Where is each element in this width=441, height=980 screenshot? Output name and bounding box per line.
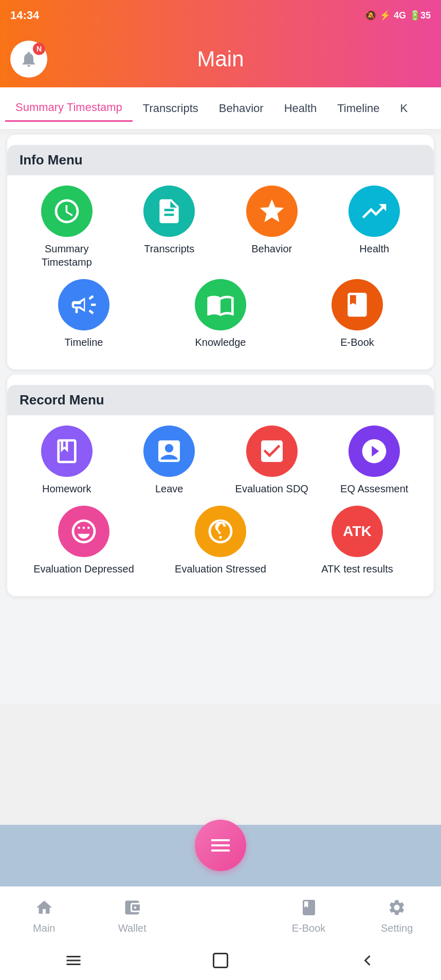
android-back-icon[interactable] — [358, 951, 377, 972]
evaluation-stressed-icon — [195, 506, 246, 557]
transcripts-icon — [143, 186, 195, 237]
eq-assessment-label: EQ Assesment — [340, 482, 408, 495]
tab-k[interactable]: K — [390, 96, 418, 121]
transcripts-item[interactable]: Transcripts — [122, 186, 217, 269]
tab-bar: Summary Timestamp Transcripts Behavior H… — [0, 87, 441, 130]
menu-fab-button[interactable] — [195, 820, 246, 871]
atk-test-item[interactable]: ATK ATK test results — [293, 506, 421, 576]
summary-timestamp-icon — [41, 186, 93, 237]
behavior-icon — [246, 186, 298, 237]
evaluation-depressed-icon — [58, 506, 109, 557]
info-menu-row2: Timeline Knowledge E-Book — [17, 279, 424, 349]
health-item[interactable]: Health — [327, 186, 422, 269]
gear-icon — [385, 896, 409, 919]
homework-label: Homework — [42, 482, 91, 495]
tab-timeline[interactable]: Timeline — [327, 96, 390, 121]
android-nav — [0, 943, 441, 980]
android-home-icon[interactable] — [211, 951, 230, 972]
atk-test-icon: ATK — [332, 506, 383, 557]
bottom-nav-wrapper: Main Wallet Menu E-Book — [0, 825, 441, 980]
tab-behavior[interactable]: Behavior — [209, 96, 274, 121]
evaluation-sdq-item[interactable]: Evaluation SDQ — [225, 426, 319, 495]
wallet-icon — [120, 896, 144, 919]
evaluation-depressed-label: Evaluation Depressed — [33, 562, 134, 576]
nav-setting[interactable]: Setting — [353, 896, 441, 934]
nav-setting-label: Setting — [381, 922, 413, 934]
wifi-icon: 4G — [394, 10, 406, 21]
signal-icon: 🔕 — [365, 10, 376, 21]
battery-icon: 🔋35 — [409, 10, 431, 21]
header-title: Main — [197, 47, 244, 71]
ebook-icon — [332, 279, 383, 330]
knowledge-item[interactable]: Knowledge — [156, 279, 285, 349]
svg-rect-0 — [214, 954, 228, 968]
home-icon — [32, 896, 56, 919]
timeline-icon — [58, 279, 109, 330]
fab-row — [0, 825, 441, 886]
bluetooth-icon: ⚡ — [379, 10, 391, 21]
notification-badge: N — [33, 43, 45, 55]
status-bar: 14:34 🔕 ⚡ 4G 🔋35 — [0, 0, 441, 31]
nav-ebook-label: E-Book — [292, 922, 326, 934]
homework-item[interactable]: Homework — [20, 426, 114, 495]
notification-button[interactable]: N — [10, 41, 47, 78]
evaluation-sdq-icon — [246, 426, 298, 477]
record-menu-row1: Homework Leave Evaluation SDQ — [17, 426, 424, 495]
evaluation-sdq-label: Evaluation SDQ — [235, 482, 308, 495]
ebook-item[interactable]: E-Book — [293, 279, 421, 349]
status-icons: 🔕 ⚡ 4G 🔋35 — [365, 10, 431, 21]
record-menu-row2: Evaluation Depressed Evaluation Stressed… — [17, 506, 424, 576]
atk-test-label: ATK test results — [321, 562, 393, 576]
bottom-nav: Main Wallet Menu E-Book — [0, 886, 441, 943]
tab-transcripts[interactable]: Transcripts — [133, 96, 209, 121]
timeline-label: Timeline — [65, 336, 103, 349]
ebook-label: E-Book — [340, 336, 374, 349]
status-time: 14:34 — [10, 9, 39, 22]
tab-health[interactable]: Health — [274, 96, 327, 121]
nav-wallet-label: Wallet — [118, 922, 146, 934]
info-menu-row1: Summary Timestamp Transcripts Behavior — [17, 186, 424, 269]
transcripts-label: Transcripts — [144, 242, 194, 255]
timeline-item[interactable]: Timeline — [20, 279, 148, 349]
evaluation-stressed-item[interactable]: Evaluation Stressed — [156, 506, 285, 576]
homework-icon — [41, 426, 93, 477]
evaluation-stressed-label: Evaluation Stressed — [175, 562, 266, 576]
header: N Main — [0, 31, 441, 87]
nav-ebook[interactable]: E-Book — [265, 896, 353, 934]
evaluation-depressed-item[interactable]: Evaluation Depressed — [20, 506, 148, 576]
leave-label: Leave — [155, 482, 183, 495]
health-icon — [348, 186, 400, 237]
info-menu-header: Info Menu — [7, 145, 434, 175]
android-hamburger-icon[interactable] — [64, 951, 83, 972]
summary-timestamp-item[interactable]: Summary Timestamp — [20, 186, 114, 269]
summary-timestamp-label: Summary Timestamp — [20, 242, 114, 269]
eq-assessment-item[interactable]: EQ Assesment — [327, 426, 422, 495]
info-menu-section: Info Menu Summary Timestamp Transcripts — [7, 135, 434, 369]
eq-assessment-icon — [348, 426, 400, 477]
nav-main[interactable]: Main — [0, 896, 88, 934]
knowledge-icon — [195, 279, 246, 330]
health-label: Health — [359, 242, 389, 255]
record-menu-header: Record Menu — [7, 385, 434, 415]
behavior-label: Behavior — [251, 242, 292, 255]
behavior-item[interactable]: Behavior — [225, 186, 319, 269]
knowledge-label: Knowledge — [195, 336, 246, 349]
nav-wallet[interactable]: Wallet — [88, 896, 177, 934]
main-content: Info Menu Summary Timestamp Transcripts — [0, 135, 441, 704]
record-menu-section: Record Menu Homework Leave — [7, 375, 434, 596]
nav-main-label: Main — [33, 922, 55, 934]
leave-icon — [143, 426, 195, 477]
ebook-nav-icon — [297, 896, 321, 919]
tab-summary[interactable]: Summary Timestamp — [5, 95, 133, 122]
leave-item[interactable]: Leave — [122, 426, 217, 495]
